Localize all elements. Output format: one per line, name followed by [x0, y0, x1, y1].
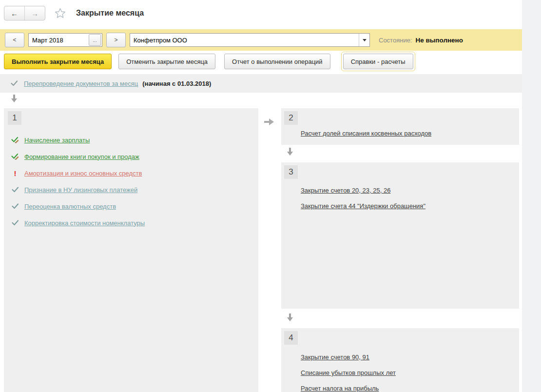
star-icon	[54, 7, 66, 19]
check-icon	[11, 80, 18, 86]
stage-1-operations: Начисление зарплаты Формирование книги п…	[11, 132, 253, 231]
history-nav: ← →	[4, 6, 45, 20]
favorite-star-button[interactable]	[54, 7, 66, 19]
status-label: Состояние:	[379, 37, 412, 44]
operation-link[interactable]: Формирование книги покупок и продаж	[24, 153, 139, 160]
company-value: Конфетпром ООО	[130, 37, 359, 44]
back-arrow-icon: ←	[11, 9, 18, 18]
operation-row: Признание в НУ лизинговых платежей	[11, 181, 253, 198]
company-dropdown-button[interactable]	[359, 34, 369, 46]
period-toolbar: < Март 2018 ... > Конфетпром ООО Состоян…	[0, 29, 522, 51]
arrow-right-icon	[264, 118, 274, 125]
page-title: Закрытие месяца	[76, 9, 144, 18]
cancel-closing-button[interactable]: Отменить закрытие месяца	[118, 54, 215, 69]
references-button-highlight: Справки - расчеты	[341, 52, 415, 71]
operation-row: Формирование книги покупок и продаж	[11, 148, 253, 165]
flow-arrow-down	[11, 95, 18, 103]
operation-row: ! Амортизация и износ основных средств	[11, 165, 253, 181]
period-field[interactable]: Март 2018 ...	[28, 33, 102, 47]
window-side-strip	[522, 0, 541, 392]
operation-link[interactable]: Корректировка стоимости номенклатуры	[24, 219, 145, 227]
stage-number-badge: 3	[284, 165, 298, 179]
done-check-icon	[11, 203, 19, 209]
forward-button[interactable]: →	[25, 6, 45, 20]
arrow-down-icon	[287, 314, 293, 322]
arrow-down-icon	[11, 95, 18, 103]
header: ← → Закрытие месяца	[4, 6, 144, 20]
stage-4-panel: 4 Закрытие счетов 90, 91 Списание убытко…	[281, 328, 519, 392]
run-closing-button[interactable]: Выполнить закрытие месяца	[4, 54, 112, 69]
operation-row: Расчет налога на прибыль	[301, 385, 379, 392]
operation-row: Расчет долей списания косвенных расходов	[301, 130, 431, 137]
stage-number-badge: 1	[8, 111, 21, 125]
flow-arrow-down	[287, 314, 293, 322]
operation-row: Закрытие счета 44 "Издержки обращения"	[301, 202, 425, 210]
references-calculations-button[interactable]: Справки - расчеты	[343, 54, 413, 69]
arrow-down-icon	[287, 148, 293, 156]
operation-row: Закрытие счетов 90, 91	[301, 353, 369, 361]
operation-row: Корректировка стоимости номенклатуры	[11, 215, 253, 231]
flow-arrow-down	[287, 148, 293, 156]
stage-2-panel: 2 Расчет долей списания косвенных расход…	[281, 108, 519, 145]
flow-arrow-right	[264, 118, 274, 125]
period-value: Март 2018	[29, 37, 89, 44]
next-period-button[interactable]: >	[106, 33, 126, 47]
operation-link[interactable]: Закрытие счетов 90, 91	[301, 353, 369, 361]
error-exclamation-icon: !	[11, 170, 19, 177]
operation-link[interactable]: Амортизация и износ основных средств	[24, 170, 142, 177]
stage-number-badge: 2	[284, 111, 298, 125]
month-closing-window: ← → Закрытие месяца < Март 2018 ... > Ко…	[0, 0, 541, 392]
done-check-icon	[11, 187, 19, 193]
done-check-icon	[11, 220, 19, 226]
done-edited-icon	[11, 137, 19, 144]
back-button[interactable]: ←	[4, 6, 25, 20]
operation-row: Начисление зарплаты	[11, 132, 253, 148]
company-field[interactable]: Конфетпром ООО	[130, 33, 370, 47]
chevron-down-icon	[363, 39, 367, 41]
operation-link[interactable]: Расчет долей списания косвенных расходов	[301, 130, 431, 137]
stage-1-panel: 1 Начисление зарплаты	[4, 108, 258, 392]
stage-number-badge: 4	[284, 331, 298, 345]
operation-link[interactable]: Закрытие счетов 20, 23, 25, 26	[301, 187, 390, 194]
operation-link[interactable]: Расчет налога на прибыль	[301, 385, 379, 392]
status-value: Не выполнено	[415, 37, 463, 44]
status: Состояние: Не выполнено	[379, 37, 463, 44]
operation-link[interactable]: Переоценка валютных средств	[24, 203, 116, 210]
operation-row: Закрытие счетов 20, 23, 25, 26	[301, 187, 390, 194]
actions-toolbar: Выполнить закрытие месяца Отменить закры…	[4, 54, 415, 69]
operation-link[interactable]: Списание убытков прошлых лет	[301, 369, 396, 376]
stage-3-panel: 3 Закрытие счетов 20, 23, 25, 26 Закрыти…	[281, 162, 519, 309]
reposting-row: Перепроведение документов за месяц (начи…	[0, 74, 522, 93]
operation-link[interactable]: Закрытие счета 44 "Издержки обращения"	[301, 202, 425, 210]
reposting-link[interactable]: Перепроведение документов за месяц	[24, 80, 138, 87]
done-edited-icon	[11, 153, 19, 160]
reposting-note: (начиная с 01.03.2018)	[142, 80, 211, 87]
period-picker-button[interactable]: ...	[89, 34, 101, 46]
operation-row: Списание убытков прошлых лет	[301, 369, 396, 376]
operations-report-button[interactable]: Отчет о выполнении операций	[224, 54, 330, 69]
forward-arrow-icon: →	[31, 9, 39, 18]
previous-period-button[interactable]: <	[5, 33, 24, 47]
operation-link[interactable]: Признание в НУ лизинговых платежей	[24, 186, 137, 194]
operation-row: Переоценка валютных средств	[11, 198, 253, 215]
operation-link[interactable]: Начисление зарплаты	[24, 137, 90, 144]
